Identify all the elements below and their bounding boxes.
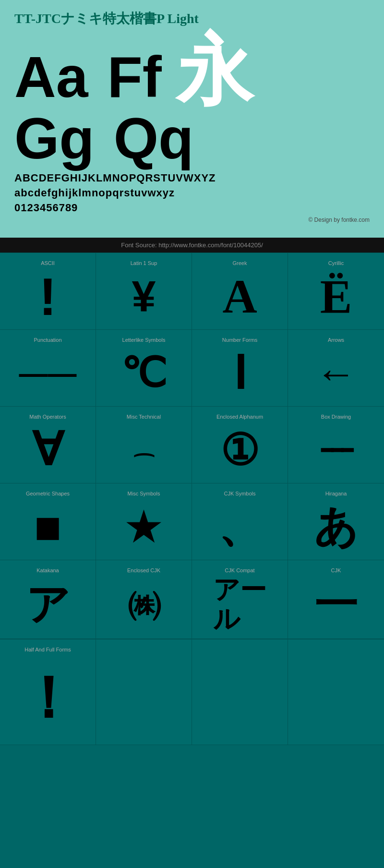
empty-cell-2 <box>192 639 288 745</box>
symbol-letterlike: ℃ <box>121 345 167 401</box>
symbol-cjk-compat: アール <box>213 576 266 634</box>
label-greek: Greek <box>197 260 283 266</box>
source-bar: Font Source: http://www.fontke.com/font/… <box>0 238 384 253</box>
cell-geometric: Geometric Shapes ■ <box>0 483 96 560</box>
symbol-cyrillic: Ë <box>320 268 352 325</box>
specimen-large: Aa Ff 永 Gg Qq <box>14 33 370 167</box>
symbol-cjk-symbols: 、 <box>218 499 262 555</box>
label-enclosed: Enclosed Alphanum <box>197 414 283 420</box>
font-title: TT-JTCナミキ特太楷書P Light <box>14 10 370 28</box>
symbol-math: ∀ <box>32 422 63 478</box>
cell-latin1sup: Latin 1 Sup ¥ <box>96 253 192 330</box>
large-letter-aa: Aa <box>14 48 88 106</box>
label-cjk-symbols: CJK Symbols <box>197 491 283 496</box>
label-box-drawing: Box Drawing <box>293 414 379 420</box>
cell-cjk-compat: CJK Compat アール <box>192 560 288 639</box>
uppercase-alphabet: ABCDEFGHIJKLMNOPQRSTUVWXYZ <box>14 172 370 184</box>
cell-misc-symbols: Misc Symbols ★ <box>96 483 192 560</box>
symbol-geometric: ■ <box>34 499 61 555</box>
cell-numberforms: Number Forms Ⅰ <box>192 330 288 407</box>
cell-arrows: Arrows ← <box>288 330 384 407</box>
symbol-arrows: ← <box>316 345 357 401</box>
cell-enclosed-cjk: Enclosed CJK ㈱ <box>96 560 192 639</box>
large-letter-gg: Gg <box>14 109 95 167</box>
label-arrows: Arrows <box>293 337 379 343</box>
cell-cjk: CJK 一 <box>288 560 384 639</box>
bottom-row: Half And Full Forms ！ <box>0 639 384 745</box>
label-half-full: Half And Full Forms <box>5 647 91 652</box>
empty-cell-1 <box>96 639 192 745</box>
symbol-cjk: 一 <box>314 576 358 634</box>
cell-ascii: ASCII ! <box>0 253 96 330</box>
cell-hiragana: Hiragana あ <box>288 483 384 560</box>
label-misc-tech: Misc Technical <box>101 414 187 420</box>
symbol-half-full: ！ <box>19 655 77 740</box>
lowercase-alphabet: abcdefghijklmnopqrstuvwxyz <box>14 187 370 199</box>
source-text: Font Source: http://www.fontke.com/font/… <box>121 241 263 249</box>
label-latin1sup: Latin 1 Sup <box>101 260 187 266</box>
large-letter-qq: Qq <box>114 109 194 167</box>
label-cyrillic: Cyrillic <box>293 260 379 266</box>
symbol-ascii: ! <box>39 268 57 325</box>
label-cjk-compat: CJK Compat <box>197 567 283 573</box>
char-grid: ASCII ! Latin 1 Sup ¥ Greek Α Cyrillic Ë… <box>0 253 384 639</box>
large-letter-ff: Ff <box>107 48 161 106</box>
symbol-box-drawing: ━━━ <box>321 422 351 478</box>
label-math: Math Operators <box>5 414 91 420</box>
cell-half-full: Half And Full Forms ！ <box>0 639 96 745</box>
grid-section: ASCII ! Latin 1 Sup ¥ Greek Α Cyrillic Ë… <box>0 253 384 745</box>
symbol-greek: Α <box>222 268 257 325</box>
symbol-katakana: ア <box>26 576 70 634</box>
digits: 0123456789 <box>14 202 370 214</box>
symbol-misc-symbols: ★ <box>123 499 164 555</box>
empty-cell-3 <box>288 639 384 745</box>
cell-math: Math Operators ∀ <box>0 407 96 483</box>
credit-text: © Design by fontke.com <box>14 217 370 223</box>
symbol-latin1sup: ¥ <box>132 268 156 325</box>
cell-katakana: Katakana ア <box>0 560 96 639</box>
cell-cyrillic: Cyrillic Ë <box>288 253 384 330</box>
header-section: TT-JTCナミキ特太楷書P Light Aa Ff 永 Gg Qq ABCDE… <box>0 0 384 238</box>
symbol-punctuation: —— <box>19 345 77 401</box>
label-ascii: ASCII <box>5 260 91 266</box>
label-hiragana: Hiragana <box>293 491 379 496</box>
label-misc-symbols: Misc Symbols <box>101 491 187 496</box>
symbol-enclosed: ① <box>220 422 259 478</box>
cell-greek: Greek Α <box>192 253 288 330</box>
symbol-numberforms: Ⅰ <box>233 345 247 401</box>
label-numberforms: Number Forms <box>197 337 283 343</box>
cell-enclosed: Enclosed Alphanum ① <box>192 407 288 483</box>
label-letterlike: Letterlike Symbols <box>101 337 187 343</box>
cell-cjk-symbols: CJK Symbols 、 <box>192 483 288 560</box>
symbol-hiragana: あ <box>314 499 358 555</box>
kanji-character: 永 <box>176 33 253 109</box>
label-geometric: Geometric Shapes <box>5 491 91 496</box>
cell-box-drawing: Box Drawing ━━━ <box>288 407 384 483</box>
label-punctuation: Punctuation <box>5 337 91 343</box>
label-katakana: Katakana <box>5 567 91 573</box>
cell-misc-tech: Misc Technical ⌣ <box>96 407 192 483</box>
cell-letterlike: Letterlike Symbols ℃ <box>96 330 192 407</box>
symbol-enclosed-cjk: ㈱ <box>127 576 161 634</box>
label-cjk: CJK <box>293 567 379 573</box>
label-enclosed-cjk: Enclosed CJK <box>101 567 187 573</box>
symbol-misc-tech: ⌣ <box>132 443 156 471</box>
cell-punctuation: Punctuation —— <box>0 330 96 407</box>
